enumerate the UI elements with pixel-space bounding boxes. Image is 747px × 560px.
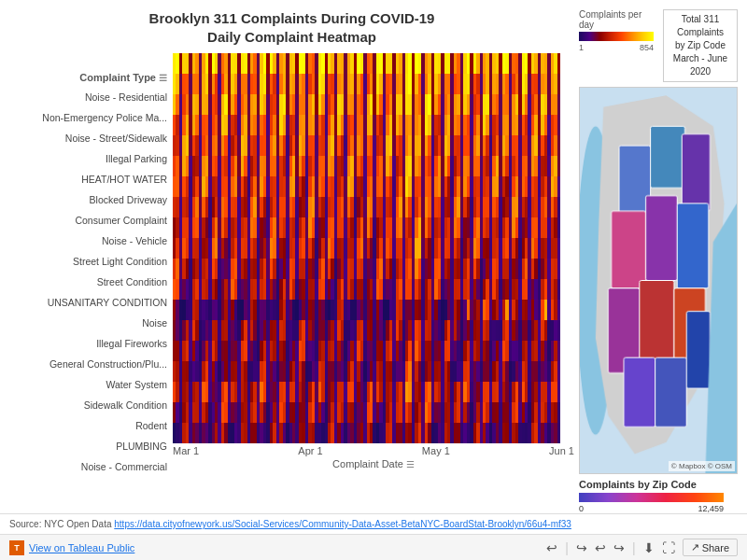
- y-label-item: Noise - Vehicle: [9, 231, 173, 251]
- color-min: 1: [579, 43, 584, 52]
- heatmap-canvas: [173, 53, 560, 443]
- color-bar: [579, 32, 654, 41]
- redo-icon[interactable]: ↪: [576, 540, 587, 555]
- y-label-item: General Construction/Plu...: [9, 354, 173, 374]
- x-axis-title: Complaint Date ☰: [173, 458, 574, 469]
- fullscreen-icon[interactable]: ⛶: [662, 540, 675, 555]
- tableau-icon: T: [9, 540, 24, 555]
- y-label-item: Noise - Street/Sidewalk: [9, 128, 173, 148]
- y-axis-header: Complaint Type ☰: [9, 72, 173, 83]
- y-label-item: Street Light Condition: [9, 251, 173, 272]
- x-axis-filter-icon[interactable]: ☰: [406, 459, 415, 469]
- x-axis-tick: Apr 1: [298, 445, 322, 456]
- map-canvas: [580, 88, 737, 473]
- total-period: March - June 2020: [669, 52, 731, 78]
- map-credit: © Mapbox © OSM: [669, 461, 735, 471]
- color-bar-labels: 1 854: [579, 43, 654, 52]
- left-panel: Brooklyn 311 Complaints During COVID-19 …: [9, 9, 574, 513]
- y-label-item: PLUMBING: [9, 436, 173, 456]
- zip-min: 0: [579, 504, 584, 513]
- x-axis-tick: Jun 1: [549, 445, 574, 456]
- refresh-icon[interactable]: ↩: [595, 540, 606, 555]
- download-icon[interactable]: ⬇: [643, 540, 655, 555]
- y-label-item: Illegal Fireworks: [9, 333, 173, 354]
- zip-max: 12,459: [698, 504, 724, 513]
- total-title: Total 311 Complaints: [669, 13, 731, 39]
- y-label-item: Rodent: [9, 415, 173, 436]
- filter-icon[interactable]: ☰: [159, 73, 167, 83]
- zip-bar-labels: 0 12,459: [579, 504, 724, 513]
- y-label-item: Blocked Driveway: [9, 189, 173, 210]
- map-container: © Mapbox © OSM: [579, 87, 738, 474]
- y-label-item: Non-Emergency Police Ma...: [9, 107, 173, 128]
- y-label-item: Noise - Residential: [9, 87, 173, 107]
- tableau-view-label[interactable]: View on Tableau Public: [29, 542, 134, 553]
- total-box: Total 311 Complaints by Zip Code March -…: [663, 9, 738, 82]
- main-container: Brooklyn 311 Complaints During COVID-19 …: [0, 0, 747, 560]
- y-label-item: UNSANITARY CONDITION: [9, 292, 173, 313]
- undo-icon[interactable]: ↩: [546, 540, 557, 555]
- y-label-item: Water System: [9, 374, 173, 395]
- forward-icon[interactable]: ↪: [613, 540, 625, 555]
- y-label-item: HEAT/HOT WATER: [9, 169, 173, 189]
- right-panel: Complaints per day 1 854 Total 311 Compl…: [574, 9, 738, 513]
- color-max: 854: [640, 43, 654, 52]
- total-sub: by Zip Code: [669, 39, 731, 52]
- x-axis: Mar 1Apr 1May 1Jun 1: [173, 443, 574, 456]
- complaints-per-day-label: Complaints per day: [579, 9, 654, 30]
- tableau-left: T View on Tableau Public: [9, 540, 134, 555]
- y-label-item: Illegal Parking: [9, 148, 173, 169]
- share-button[interactable]: ↗ Share: [683, 539, 738, 556]
- y-label-item: Street Condition: [9, 272, 173, 292]
- chart-area: Brooklyn 311 Complaints During COVID-19 …: [0, 0, 747, 513]
- x-axis-tick: Mar 1: [173, 445, 199, 456]
- zip-color-bar: [579, 493, 724, 502]
- title-section: Brooklyn 311 Complaints During COVID-19 …: [9, 9, 574, 46]
- legend-top: Complaints per day 1 854 Total 311 Compl…: [579, 9, 738, 82]
- heatmap-grid-container: Mar 1Apr 1May 1Jun 1 Complaint Date ☰: [173, 53, 574, 513]
- tableau-nav-icons: ↩ | ↪ ↩ ↪ | ⬇ ⛶ ↗ Share: [546, 539, 738, 556]
- footer: Source: NYC Open Data https://data.cityo…: [0, 513, 747, 534]
- source-link[interactable]: https://data.cityofnewyork.us/Social-Ser…: [114, 519, 571, 529]
- y-label-item: Consumer Complaint: [9, 210, 173, 231]
- share-label: Share: [702, 542, 729, 553]
- y-labels: Noise - ResidentialNon-Emergency Police …: [9, 87, 173, 477]
- heatmap-wrapper: Complaint Type ☰ Noise - ResidentialNon-…: [9, 53, 574, 513]
- y-label-item: Sidewalk Condition: [9, 395, 173, 415]
- color-legend: Complaints per day 1 854: [579, 9, 654, 52]
- zip-legend-title: Complaints by Zip Code: [579, 479, 738, 490]
- tableau-footer: T View on Tableau Public ↩ | ↪ ↩ ↪ | ⬇ ⛶…: [0, 534, 747, 560]
- y-axis: Complaint Type ☰ Noise - ResidentialNon-…: [9, 53, 173, 513]
- source-label: Source: NYC Open Data: [9, 519, 112, 529]
- chart-title: Brooklyn 311 Complaints During COVID-19 …: [9, 9, 574, 46]
- x-axis-tick: May 1: [422, 445, 450, 456]
- zip-legend: Complaints by Zip Code 0 12,459: [579, 479, 738, 513]
- y-label-item: Noise - Commercial: [9, 456, 173, 477]
- share-icon: ↗: [691, 541, 699, 553]
- y-label-item: Noise: [9, 313, 173, 333]
